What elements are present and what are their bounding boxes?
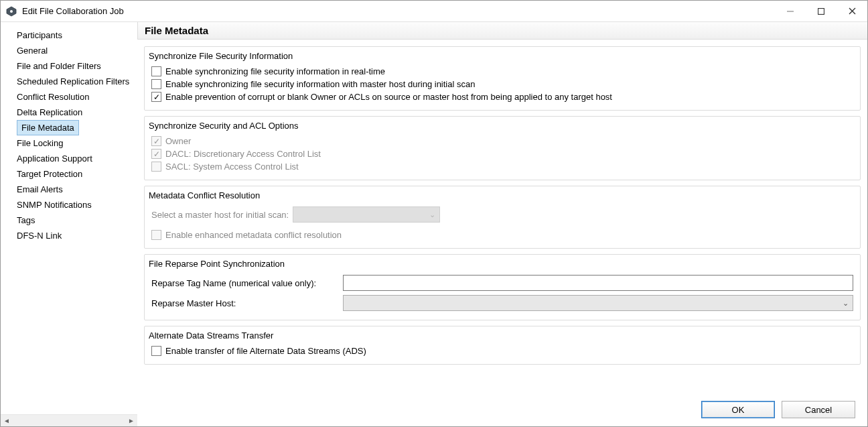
- page-title: File Metadata: [137, 22, 867, 40]
- group-title: Synchronize Security and ACL Options: [149, 121, 853, 131]
- checkbox-line-owner: Owner: [151, 135, 853, 147]
- svg-rect-3: [818, 8, 824, 14]
- nav-item-tags[interactable]: Tags: [3, 212, 135, 228]
- nav-item-participants[interactable]: Participants: [3, 27, 135, 43]
- select-master-host: ⌄: [293, 206, 440, 223]
- close-button[interactable]: [837, 1, 867, 21]
- nav-item-file-metadata-wrap: File Metadata: [3, 120, 135, 135]
- content-area: File Metadata Synchronize File Security …: [137, 22, 867, 426]
- checkbox-realtime[interactable]: [151, 66, 161, 76]
- checkbox-label: Enable synchronizing file security infor…: [165, 66, 385, 76]
- label-reparse-master: Reparse Master Host:: [151, 298, 339, 308]
- label-reparse-tag: Reparse Tag Name (numerical value only):: [151, 278, 339, 288]
- dialog-body: Participants General File and Folder Fil…: [1, 22, 867, 426]
- checkbox-label: SACL: System Access Control List: [165, 162, 299, 172]
- window-controls: [775, 1, 867, 21]
- nav-item-email-alerts[interactable]: Email Alerts: [3, 182, 135, 197]
- nav-item-snmp-notifications[interactable]: SNMP Notifications: [3, 197, 135, 212]
- group-sync-acl-options: Synchronize Security and ACL Options Own…: [144, 116, 861, 180]
- nav-item-file-locking[interactable]: File Locking: [3, 135, 135, 151]
- window-title: Edit File Collaboration Job: [22, 6, 775, 16]
- group-title: Alternate Data Streams Transfer: [149, 330, 853, 341]
- select-reparse-master[interactable]: ⌄: [343, 295, 853, 311]
- nav-item-application-support[interactable]: Application Support: [3, 151, 135, 166]
- group-metadata-conflict: Metadata Conflict Resolution Select a ma…: [144, 186, 861, 249]
- nav-item-delta-replication[interactable]: Delta Replication: [3, 105, 135, 120]
- minimize-button[interactable]: [775, 1, 806, 21]
- checkbox-line-prevent: Enable prevention of corrupt or blank Ow…: [151, 90, 853, 103]
- checkbox-line-realtime: Enable synchronizing file security infor…: [151, 65, 853, 78]
- chevron-down-icon: ⌄: [843, 299, 849, 308]
- checkbox-dacl: [151, 149, 161, 159]
- checkbox-initial-scan[interactable]: [151, 79, 161, 89]
- checkbox-label: DACL: Discretionary Access Control List: [165, 149, 321, 159]
- nav-item-target-protection[interactable]: Target Protection: [3, 166, 135, 182]
- group-title: Metadata Conflict Resolution: [149, 190, 853, 200]
- checkbox-label: Enable synchronizing file security infor…: [165, 79, 475, 89]
- checkbox-line-initial: Enable synchronizing file security infor…: [151, 78, 853, 90]
- checkbox-line-enhanced: Enable enhanced metadata conflict resolu…: [151, 229, 853, 241]
- checkbox-sacl: [151, 162, 161, 172]
- sidebar-hscroll[interactable]: ◄ ►: [1, 414, 137, 426]
- dialog-window: Edit File Collaboration Job Participants…: [0, 0, 868, 427]
- page-body: Synchronize File Security Information En…: [137, 40, 867, 393]
- checkbox-enhanced-conflict: [151, 230, 161, 240]
- scroll-left-icon[interactable]: ◄: [1, 415, 13, 426]
- checkbox-label: Enable transfer of file Alternate Data S…: [165, 346, 366, 356]
- row-reparse-tag: Reparse Tag Name (numerical value only):: [151, 273, 853, 293]
- checkbox-prevent-corrupt[interactable]: [151, 92, 161, 102]
- group-reparse-point: File Reparse Point Synchronization Repar…: [144, 254, 861, 320]
- sidebar: Participants General File and Folder Fil…: [1, 22, 137, 426]
- scroll-right-icon[interactable]: ►: [125, 415, 137, 426]
- nav-list: Participants General File and Folder Fil…: [1, 22, 137, 414]
- footer: OK Cancel: [137, 393, 867, 426]
- maximize-button[interactable]: [806, 1, 837, 21]
- nav-item-dfs-n-link[interactable]: DFS-N Link: [3, 228, 135, 243]
- checkbox-line-ads: Enable transfer of file Alternate Data S…: [151, 345, 853, 357]
- checkbox-label: Enable prevention of corrupt or blank Ow…: [165, 92, 612, 102]
- row-reparse-master: Reparse Master Host: ⌄: [151, 293, 853, 313]
- nav-item-scheduled-replication-filters[interactable]: Scheduled Replication Filters: [3, 74, 135, 89]
- nav-item-general[interactable]: General: [3, 43, 135, 58]
- group-sync-security-info: Synchronize File Security Information En…: [144, 46, 861, 111]
- input-reparse-tag[interactable]: [343, 275, 853, 291]
- scroll-track[interactable]: [13, 415, 125, 426]
- checkbox-line-dacl: DACL: Discretionary Access Control List: [151, 147, 853, 160]
- checkbox-ads[interactable]: [151, 346, 161, 356]
- chevron-down-icon: ⌄: [429, 210, 435, 219]
- nav-item-conflict-resolution[interactable]: Conflict Resolution: [3, 89, 135, 105]
- checkbox-owner: [151, 136, 161, 146]
- nav-item-file-metadata[interactable]: File Metadata: [17, 120, 79, 135]
- nav-item-file-and-folder-filters[interactable]: File and Folder Filters: [3, 58, 135, 74]
- checkbox-line-sacl: SACL: System Access Control List: [151, 160, 853, 173]
- ok-button[interactable]: OK: [701, 401, 775, 418]
- checkbox-label: Enable enhanced metadata conflict resolu…: [165, 230, 342, 240]
- cancel-button[interactable]: Cancel: [782, 401, 855, 418]
- group-title: Synchronize File Security Information: [149, 51, 853, 61]
- group-ads-transfer: Alternate Data Streams Transfer Enable t…: [144, 326, 861, 365]
- row-select-master: Select a master host for initial scan: ⌄: [151, 204, 853, 225]
- group-title: File Reparse Point Synchronization: [149, 259, 853, 269]
- label-select-master: Select a master host for initial scan:: [151, 210, 289, 220]
- checkbox-label: Owner: [165, 136, 191, 146]
- titlebar: Edit File Collaboration Job: [1, 1, 867, 22]
- app-icon: [6, 6, 17, 17]
- svg-point-1: [10, 10, 13, 13]
